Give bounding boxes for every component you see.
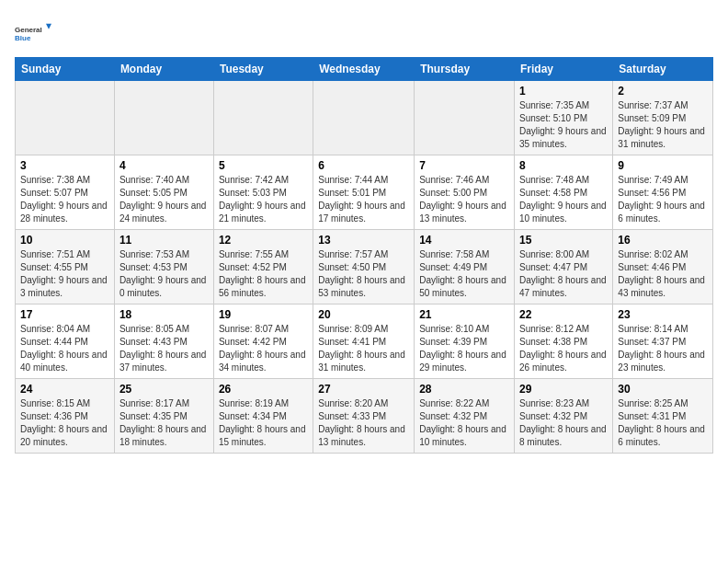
day-info: Sunrise: 7:58 AMSunset: 4:49 PMDaylight:… (419, 248, 509, 300)
day-cell: 13Sunrise: 7:57 AMSunset: 4:50 PMDayligh… (313, 230, 415, 304)
day-number: 1 (519, 85, 608, 98)
day-info: Sunrise: 7:51 AMSunset: 4:55 PMDaylight:… (20, 248, 109, 300)
day-number: 30 (618, 383, 708, 396)
day-cell: 4Sunrise: 7:40 AMSunset: 5:05 PMDaylight… (114, 155, 213, 230)
day-number: 11 (119, 234, 209, 247)
day-cell: 15Sunrise: 8:00 AMSunset: 4:47 PMDayligh… (515, 230, 613, 304)
day-number: 8 (519, 159, 608, 172)
day-number: 5 (219, 159, 308, 172)
day-info: Sunrise: 7:42 AMSunset: 5:03 PMDaylight:… (219, 174, 308, 225)
day-info: Sunrise: 8:22 AMSunset: 4:32 PMDaylight:… (419, 397, 509, 449)
day-cell: 25Sunrise: 8:17 AMSunset: 4:35 PMDayligh… (114, 379, 213, 454)
day-info: Sunrise: 8:04 AMSunset: 4:44 PMDaylight:… (20, 323, 109, 374)
day-info: Sunrise: 8:07 AMSunset: 4:42 PMDaylight:… (219, 323, 308, 374)
header: General Blue (15, 15, 713, 52)
day-number: 13 (318, 234, 409, 247)
day-info: Sunrise: 7:55 AMSunset: 4:52 PMDaylight:… (219, 248, 308, 300)
day-cell: 23Sunrise: 8:14 AMSunset: 4:37 PMDayligh… (613, 304, 713, 379)
day-cell (213, 81, 313, 155)
day-cell: 8Sunrise: 7:48 AMSunset: 4:58 PMDaylight… (515, 155, 613, 230)
day-info: Sunrise: 7:53 AMSunset: 4:53 PMDaylight:… (119, 248, 209, 300)
day-info: Sunrise: 8:14 AMSunset: 4:37 PMDaylight:… (618, 323, 708, 374)
header-cell-saturday: Saturday (613, 58, 713, 81)
day-cell: 26Sunrise: 8:19 AMSunset: 4:34 PMDayligh… (213, 379, 313, 454)
day-cell: 24Sunrise: 8:15 AMSunset: 4:36 PMDayligh… (16, 379, 115, 454)
header-cell-monday: Monday (114, 58, 213, 81)
day-cell: 18Sunrise: 8:05 AMSunset: 4:43 PMDayligh… (114, 304, 213, 379)
day-number: 26 (219, 383, 308, 396)
day-cell: 30Sunrise: 8:25 AMSunset: 4:31 PMDayligh… (613, 379, 713, 454)
week-row-3: 10Sunrise: 7:51 AMSunset: 4:55 PMDayligh… (16, 230, 713, 304)
calendar-table: SundayMondayTuesdayWednesdayThursdayFrid… (15, 57, 713, 454)
day-cell: 29Sunrise: 8:23 AMSunset: 4:32 PMDayligh… (515, 379, 613, 454)
day-cell: 10Sunrise: 7:51 AMSunset: 4:55 PMDayligh… (16, 230, 115, 304)
day-number: 24 (20, 383, 109, 396)
day-cell: 2Sunrise: 7:37 AMSunset: 5:09 PMDaylight… (613, 81, 713, 155)
header-cell-tuesday: Tuesday (213, 58, 313, 81)
day-info: Sunrise: 8:12 AMSunset: 4:38 PMDaylight:… (519, 323, 608, 374)
day-number: 19 (219, 308, 308, 321)
day-info: Sunrise: 7:48 AMSunset: 4:58 PMDaylight:… (519, 174, 608, 225)
day-info: Sunrise: 8:15 AMSunset: 4:36 PMDaylight:… (20, 397, 109, 449)
day-cell (415, 81, 515, 155)
day-cell: 27Sunrise: 8:20 AMSunset: 4:33 PMDayligh… (313, 379, 415, 454)
day-number: 2 (618, 85, 708, 98)
day-info: Sunrise: 8:19 AMSunset: 4:34 PMDaylight:… (219, 397, 308, 449)
day-info: Sunrise: 7:44 AMSunset: 5:01 PMDaylight:… (318, 174, 409, 225)
day-info: Sunrise: 8:17 AMSunset: 4:35 PMDaylight:… (119, 397, 209, 449)
day-info: Sunrise: 7:57 AMSunset: 4:50 PMDaylight:… (318, 248, 409, 300)
day-cell: 28Sunrise: 8:22 AMSunset: 4:32 PMDayligh… (415, 379, 515, 454)
day-number: 16 (618, 234, 708, 247)
day-cell: 16Sunrise: 8:02 AMSunset: 4:46 PMDayligh… (613, 230, 713, 304)
day-cell: 22Sunrise: 8:12 AMSunset: 4:38 PMDayligh… (515, 304, 613, 379)
day-number: 4 (119, 159, 209, 172)
day-info: Sunrise: 8:10 AMSunset: 4:39 PMDaylight:… (419, 323, 509, 374)
day-cell: 5Sunrise: 7:42 AMSunset: 5:03 PMDaylight… (213, 155, 313, 230)
logo: General Blue (15, 15, 51, 52)
week-row-2: 3Sunrise: 7:38 AMSunset: 5:07 PMDaylight… (16, 155, 713, 230)
day-info: Sunrise: 8:25 AMSunset: 4:31 PMDaylight:… (618, 397, 708, 449)
header-cell-wednesday: Wednesday (313, 58, 415, 81)
day-number: 17 (20, 308, 109, 321)
week-row-5: 24Sunrise: 8:15 AMSunset: 4:36 PMDayligh… (16, 379, 713, 454)
day-cell: 20Sunrise: 8:09 AMSunset: 4:41 PMDayligh… (313, 304, 415, 379)
day-cell: 1Sunrise: 7:35 AMSunset: 5:10 PMDaylight… (515, 81, 613, 155)
day-info: Sunrise: 7:49 AMSunset: 4:56 PMDaylight:… (618, 174, 708, 225)
day-number: 18 (119, 308, 209, 321)
day-number: 25 (119, 383, 209, 396)
day-cell: 7Sunrise: 7:46 AMSunset: 5:00 PMDaylight… (415, 155, 515, 230)
day-cell: 9Sunrise: 7:49 AMSunset: 4:56 PMDaylight… (613, 155, 713, 230)
day-number: 27 (318, 383, 409, 396)
day-info: Sunrise: 7:37 AMSunset: 5:09 PMDaylight:… (618, 99, 708, 151)
day-info: Sunrise: 7:46 AMSunset: 5:00 PMDaylight:… (419, 174, 509, 225)
day-number: 22 (519, 308, 608, 321)
day-number: 20 (318, 308, 409, 321)
header-cell-sunday: Sunday (16, 58, 115, 81)
day-cell (16, 81, 115, 155)
day-number: 14 (419, 234, 509, 247)
day-number: 10 (20, 234, 109, 247)
week-row-4: 17Sunrise: 8:04 AMSunset: 4:44 PMDayligh… (16, 304, 713, 379)
day-cell: 19Sunrise: 8:07 AMSunset: 4:42 PMDayligh… (213, 304, 313, 379)
svg-text:General: General (15, 26, 42, 34)
day-number: 3 (20, 159, 109, 172)
day-number: 7 (419, 159, 509, 172)
day-cell: 11Sunrise: 7:53 AMSunset: 4:53 PMDayligh… (114, 230, 213, 304)
day-info: Sunrise: 8:05 AMSunset: 4:43 PMDaylight:… (119, 323, 209, 374)
day-info: Sunrise: 8:23 AMSunset: 4:32 PMDaylight:… (519, 397, 608, 449)
day-info: Sunrise: 8:00 AMSunset: 4:47 PMDaylight:… (519, 248, 608, 300)
day-info: Sunrise: 7:40 AMSunset: 5:05 PMDaylight:… (119, 174, 209, 225)
week-row-1: 1Sunrise: 7:35 AMSunset: 5:10 PMDaylight… (16, 81, 713, 155)
day-cell (313, 81, 415, 155)
svg-marker-2 (46, 24, 51, 29)
day-number: 9 (618, 159, 708, 172)
day-number: 29 (519, 383, 608, 396)
header-row: SundayMondayTuesdayWednesdayThursdayFrid… (16, 58, 713, 81)
header-cell-friday: Friday (515, 58, 613, 81)
day-info: Sunrise: 7:35 AMSunset: 5:10 PMDaylight:… (519, 99, 608, 151)
day-number: 15 (519, 234, 608, 247)
day-cell: 12Sunrise: 7:55 AMSunset: 4:52 PMDayligh… (213, 230, 313, 304)
day-cell: 14Sunrise: 7:58 AMSunset: 4:49 PMDayligh… (415, 230, 515, 304)
day-info: Sunrise: 7:38 AMSunset: 5:07 PMDaylight:… (20, 174, 109, 225)
day-number: 28 (419, 383, 509, 396)
